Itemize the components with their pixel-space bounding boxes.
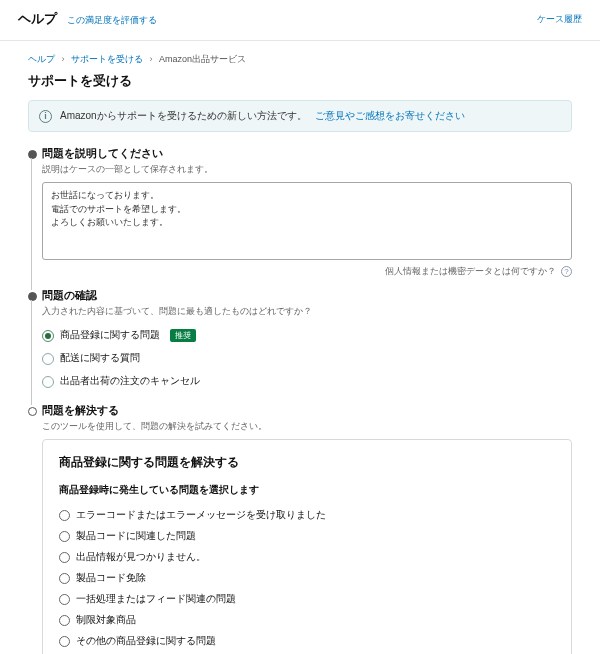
confirm-option-label: 出品者出荷の注文のキャンセル [60, 375, 200, 388]
radio-icon [59, 594, 70, 605]
panel-title: 商品登録に関する問題を解決する [59, 454, 555, 471]
resolve-option-label: その他の商品登録に関する問題 [76, 635, 216, 648]
resolve-option-label: 製品コードに関連した問題 [76, 530, 196, 543]
radio-icon [59, 573, 70, 584]
resolve-option[interactable]: 製品コード免除 [59, 568, 555, 589]
step-confirm: 問題の確認 入力された内容に基づいて、問題に最も適したものはどれですか？ 商品登… [28, 288, 572, 393]
rate-satisfaction-link[interactable]: この満足度を評価する [67, 14, 157, 27]
info-icon: i [39, 110, 52, 123]
resolve-option[interactable]: 制限対象商品 [59, 610, 555, 631]
step1-subtitle: 説明はケースの一部として保存されます。 [42, 163, 572, 176]
confirm-option-label: 商品登録に関する問題 [60, 329, 160, 342]
resolve-option[interactable]: 出品情報が見つかりません。 [59, 547, 555, 568]
resolve-panel: 商品登録に関する問題を解決する 商品登録時に発生している問題を選択します エラー… [42, 439, 572, 654]
recommended-badge: 推奨 [170, 329, 196, 342]
breadcrumb: ヘルプ › サポートを受ける › Amazon出品サービス [28, 53, 572, 66]
step3-title: 問題を解決する [42, 403, 572, 418]
resolve-option[interactable]: その他の商品登録に関する問題 [59, 631, 555, 652]
chevron-right-icon: › [62, 54, 65, 64]
pii-note: 個人情報または機密データとは何ですか？ [385, 266, 556, 276]
radio-icon [42, 376, 54, 388]
banner-feedback-link[interactable]: ご意見やご感想をお寄せください [315, 109, 465, 123]
help-heading: ヘルプ [18, 10, 57, 28]
step2-subtitle: 入力された内容に基づいて、問題に最も適したものはどれですか？ [42, 305, 572, 318]
page-title: サポートを受ける [28, 72, 572, 90]
step1-title: 問題を説明してください [42, 146, 572, 161]
issue-description-input[interactable]: お世話になっております。 電話でのサポートを希望します。 よろしくお願いいたしま… [42, 182, 572, 260]
radio-icon [59, 552, 70, 563]
breadcrumb-help[interactable]: ヘルプ [28, 54, 55, 64]
resolve-option[interactable]: 製品コードに関連した問題 [59, 526, 555, 547]
step-resolve: 問題を解決する このツールを使用して、問題の解決を試みてください。 商品登録に関… [28, 403, 572, 654]
radio-icon [42, 353, 54, 365]
radio-icon [59, 636, 70, 647]
breadcrumb-support[interactable]: サポートを受ける [71, 54, 143, 64]
page-header: ヘルプ この満足度を評価する ケース履歴 [0, 0, 600, 41]
radio-icon [42, 330, 54, 342]
radio-icon [59, 615, 70, 626]
panel-subtitle: 商品登録時に発生している問題を選択します [59, 483, 555, 497]
step2-title: 問題の確認 [42, 288, 572, 303]
help-icon[interactable]: ? [561, 266, 572, 277]
step-describe: 問題を説明してください 説明はケースの一部として保存されます。 お世話になってお… [28, 146, 572, 278]
resolve-option-label: エラーコードまたはエラーメッセージを受け取りました [76, 509, 326, 522]
banner-text: Amazonからサポートを受けるための新しい方法です。 [60, 109, 307, 123]
info-banner: i Amazonからサポートを受けるための新しい方法です。 ご意見やご感想をお寄… [28, 100, 572, 132]
step3-subtitle: このツールを使用して、問題の解決を試みてください。 [42, 420, 572, 433]
case-history-link[interactable]: ケース履歴 [537, 13, 582, 26]
breadcrumb-current: Amazon出品サービス [159, 54, 246, 64]
resolve-option-label: 制限対象商品 [76, 614, 136, 627]
confirm-option-listing[interactable]: 商品登録に関する問題 推奨 [42, 324, 572, 347]
confirm-option-cancel[interactable]: 出品者出荷の注文のキャンセル [42, 370, 572, 393]
resolve-option[interactable]: 一括処理またはフィード関連の問題 [59, 589, 555, 610]
resolve-option-label: 出品情報が見つかりません。 [76, 551, 206, 564]
resolve-option-label: 一括処理またはフィード関連の問題 [76, 593, 236, 606]
radio-icon [59, 531, 70, 542]
radio-icon [59, 510, 70, 521]
resolve-option-label: 製品コード免除 [76, 572, 146, 585]
confirm-option-label: 配送に関する質問 [60, 352, 140, 365]
resolve-option[interactable]: エラーコードまたはエラーメッセージを受け取りました [59, 505, 555, 526]
chevron-right-icon: › [150, 54, 153, 64]
confirm-option-shipping[interactable]: 配送に関する質問 [42, 347, 572, 370]
